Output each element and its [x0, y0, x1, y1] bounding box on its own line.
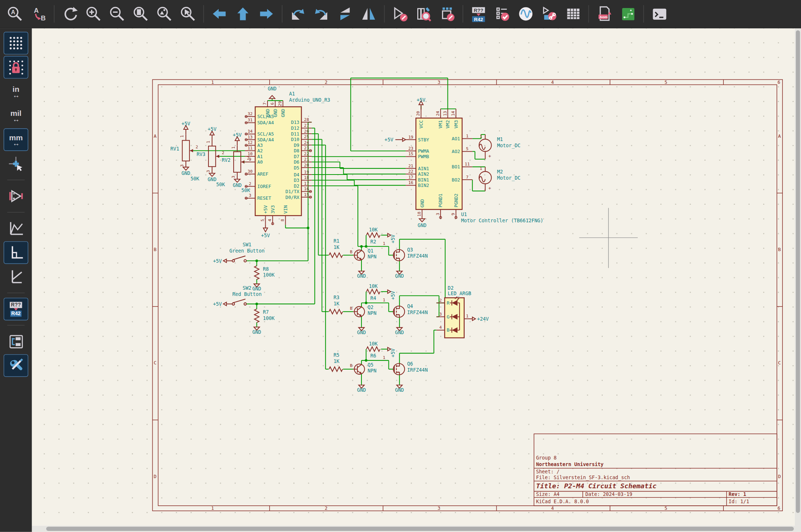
- zoom-out-button[interactable]: [106, 3, 128, 24]
- footprint-editor-button[interactable]: [437, 3, 458, 24]
- zoom-fit-a-button[interactable]: A: [4, 3, 26, 24]
- grid-visibility-button[interactable]: [4, 32, 28, 54]
- vertical-scrollbar[interactable]: [795, 28, 801, 525]
- annotate-to-label: R42: [474, 17, 483, 22]
- toolbar-separator: [54, 5, 54, 23]
- double-arrow-icon: ↔: [13, 140, 19, 145]
- schematic-canvas[interactable]: [32, 28, 801, 525]
- annotate-button[interactable]: R??R42: [468, 3, 489, 24]
- symbol-fields-table-button[interactable]: [562, 3, 584, 24]
- bom-label: .bom: [599, 15, 607, 19]
- toolbar-separator: [643, 5, 644, 23]
- zoom-fit-objects-button[interactable]: [153, 3, 175, 24]
- redo-button[interactable]: [310, 3, 332, 24]
- show-hidden-pins-button[interactable]: [4, 185, 28, 207]
- scripting-console-button[interactable]: [649, 3, 670, 24]
- toolbar-separator: [7, 212, 25, 212]
- annotate-to-label: R42: [10, 310, 22, 317]
- svg-text:B: B: [41, 14, 46, 22]
- down-arrow-icon: [14, 308, 18, 310]
- zoom-selection-button[interactable]: [177, 3, 199, 24]
- left-toolbar: in↔ mil↔ mm↔ R??R42: [0, 28, 32, 532]
- double-arrow-icon: ↔: [13, 116, 19, 121]
- mirror-vertical-button[interactable]: [358, 3, 379, 24]
- properties-panel-button[interactable]: [4, 355, 28, 376]
- toolbar-separator: [7, 180, 25, 180]
- symbol-library-browser-button[interactable]: [413, 3, 434, 24]
- annotate-from-label: R??: [474, 8, 483, 13]
- annotate-auto-button[interactable]: R??R42: [4, 298, 28, 320]
- nav-back-button[interactable]: [208, 3, 230, 24]
- toolbar-separator: [7, 325, 25, 325]
- top-toolbar: A AB R??R42 .bom: [0, 0, 801, 28]
- refresh-button[interactable]: [59, 3, 81, 24]
- zoom-in-button[interactable]: [83, 3, 104, 24]
- 45-degree-wires-button[interactable]: [4, 266, 28, 287]
- undo-button[interactable]: [287, 3, 309, 24]
- hierarchy-navigator-button[interactable]: [4, 330, 28, 352]
- double-arrow-icon: ↔: [13, 92, 19, 97]
- swap-ab-button[interactable]: AB: [28, 3, 49, 24]
- toolbar-separator: [282, 5, 282, 23]
- toolbar-separator: [7, 293, 25, 293]
- zoom-fit-page-button[interactable]: [130, 3, 151, 24]
- svg-text:A: A: [11, 9, 15, 15]
- nav-forward-button[interactable]: [256, 3, 277, 24]
- kicad-eeschema-window: 1 2 3 4 5 6 1 2 3 4 5 6 A B C D A B C D …: [0, 0, 801, 532]
- horizontal-scrollbar[interactable]: [32, 526, 801, 532]
- units-mils-button[interactable]: mil↔: [4, 105, 28, 126]
- simulator-button[interactable]: [515, 3, 536, 24]
- free-angle-wires-button[interactable]: [4, 218, 28, 239]
- toolbar-separator: [462, 5, 463, 23]
- hv-wires-button[interactable]: [4, 242, 28, 263]
- units-millimeters-button[interactable]: mm↔: [4, 129, 28, 150]
- mirror-horizontal-button[interactable]: [334, 3, 356, 24]
- svg-text:A: A: [34, 7, 39, 14]
- nav-up-button[interactable]: [232, 3, 254, 24]
- bom-export-button[interactable]: .bom: [594, 3, 615, 24]
- horizontal-scrollbar-thumb[interactable]: [46, 527, 794, 531]
- vertical-scrollbar-thumb[interactable]: [796, 30, 800, 513]
- assign-footprints-button[interactable]: [539, 3, 560, 24]
- units-inches-button[interactable]: in↔: [4, 81, 28, 102]
- grid-override-lock-button[interactable]: [4, 56, 28, 78]
- open-pcb-editor-button[interactable]: [617, 3, 639, 24]
- symbol-editor-button[interactable]: [389, 3, 411, 24]
- crosshair-cursor-button[interactable]: [4, 153, 28, 175]
- toolbar-separator: [384, 5, 384, 23]
- annotate-from-label: R??: [10, 302, 22, 308]
- toolbar-separator: [203, 5, 204, 23]
- erc-check-button[interactable]: [491, 3, 513, 24]
- toolbar-separator: [589, 5, 589, 23]
